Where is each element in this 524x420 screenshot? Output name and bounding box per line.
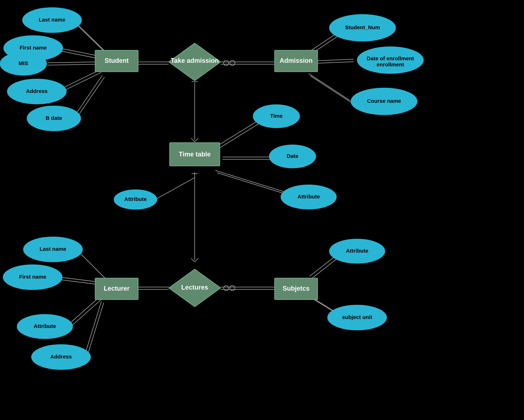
conn-lastname-lect2	[79, 253, 106, 279]
conn-address-lect2	[87, 303, 104, 355]
conn-attr-lect	[68, 297, 100, 325]
attr-date-tt-label: Date	[287, 153, 298, 159]
attr-lastname-student-label: Last name	[39, 17, 65, 23]
attr-attribute-mid-label: Attribute	[124, 196, 147, 202]
attr-mis-label: MIS	[18, 60, 28, 66]
attr-address-student-label: Address	[26, 88, 48, 94]
conn-time-tt	[215, 119, 260, 147]
attr-address-lect-label: Address	[50, 354, 72, 359]
rel-lectures-label: Lectures	[181, 284, 208, 291]
attr-coursename-label: Course name	[367, 98, 401, 104]
conn-address-lect	[85, 301, 101, 353]
conn-address-student2	[64, 72, 101, 90]
conn-attr-mid	[154, 178, 195, 200]
attr-lastname-lect-label: Last name	[40, 246, 66, 252]
conn-firstname-lect2	[60, 280, 96, 284]
conn-address-student	[63, 70, 100, 88]
conn-bdate-student	[77, 75, 102, 112]
attr-subject-unit-label: subject unit	[342, 314, 372, 320]
mark-lect-top1	[191, 258, 195, 262]
er-diagram: Student Admission Time table Lecturer Su…	[0, 0, 524, 420]
conn-attr-subj2	[312, 256, 341, 279]
circ-lect-r2	[230, 286, 235, 291]
entity-subjetcs-label: Subjetcs	[283, 285, 310, 292]
circ-ta-r2	[230, 61, 235, 65]
rel-take-admission-label: Take admission	[171, 57, 218, 64]
attr-bdate-label: B date	[46, 115, 62, 121]
conn-attr-tt2	[217, 173, 293, 196]
attr-attribute-tt-label: Attribute	[297, 193, 320, 200]
attr-studentnum-label: Student_Num	[345, 24, 380, 30]
mark-tt-top1	[191, 138, 195, 142]
attr-firstname-lect-label: First name	[19, 274, 46, 280]
conn-attr-lect2	[70, 299, 102, 327]
attr-attribute-subj-label: Attribute	[346, 248, 368, 254]
entity-student-label: Student	[105, 57, 129, 64]
mark-tt-top2	[195, 138, 198, 142]
attr-firstname-student-label: First name	[19, 45, 47, 51]
attr-time-label: Time	[270, 113, 282, 119]
entity-lecturer-label: Lecturer	[104, 285, 130, 292]
attr-attribute-lect-label: Attribute	[34, 323, 56, 329]
attr-dateenrollment-label2: enrollment	[376, 61, 404, 68]
circ-ta-r1	[224, 61, 229, 65]
conn-mis-student2	[48, 64, 97, 65]
conn-attr-tt	[215, 170, 291, 194]
circ-lect-r1	[224, 286, 229, 291]
conn-bdate-student2	[79, 77, 105, 114]
mark-lect-top2	[195, 258, 198, 262]
conn-coursename-admission	[309, 74, 350, 100]
conn-mis-student	[48, 62, 97, 63]
conn-firstname-lect	[60, 277, 96, 282]
conn-coursename-admission2	[310, 76, 352, 103]
attr-dateenrollment-label: Date of enrollment	[367, 55, 414, 61]
entity-timetable-label: Time table	[179, 150, 210, 158]
conn-time-tt2	[218, 122, 262, 149]
entity-admission-label: Admission	[279, 57, 313, 64]
